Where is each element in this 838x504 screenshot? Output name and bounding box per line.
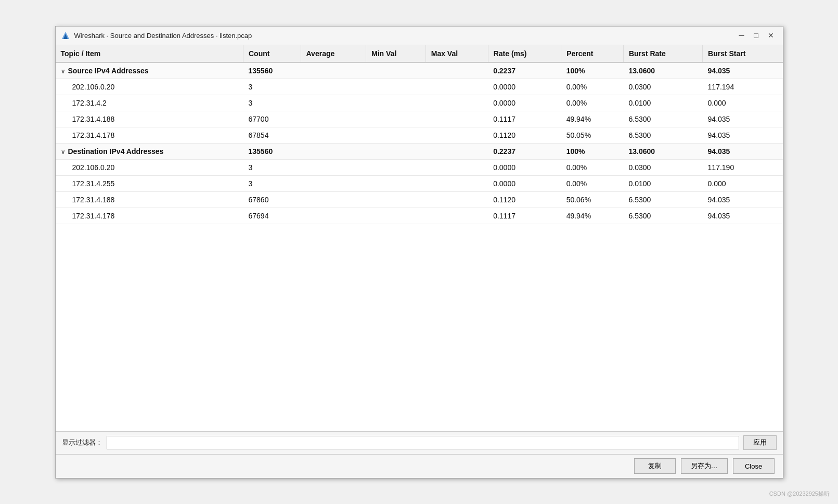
col-header-percent[interactable]: Percent [561, 45, 624, 62]
watermark: CSDN @20232925操听 [769, 490, 830, 498]
group-row[interactable]: ∨Destination IPv4 Addresses1355600.22371… [56, 143, 783, 159]
filter-label: 显示过滤器： [62, 438, 102, 447]
maximize-button[interactable]: □ [750, 29, 763, 42]
table-row[interactable]: 172.31.4.178678540.112050.05%6.530094.03… [56, 127, 783, 143]
group-row[interactable]: ∨Source IPv4 Addresses1355600.2237100%13… [56, 62, 783, 79]
col-header-topic[interactable]: Topic / Item [56, 45, 243, 62]
table-row[interactable]: 172.31.4.178676940.111749.94%6.530094.03… [56, 208, 783, 224]
table-header-row: Topic / ItemCountAverageMin ValMax ValRa… [56, 45, 783, 62]
col-header-rate_ms[interactable]: Rate (ms) [488, 45, 561, 62]
col-header-min_val[interactable]: Min Val [366, 45, 426, 62]
wireshark-icon [61, 31, 70, 40]
content-area: Topic / ItemCountAverageMin ValMax ValRa… [56, 45, 783, 431]
table-row[interactable]: 172.31.4.188677000.111749.94%6.530094.03… [56, 111, 783, 127]
title-bar-controls: ─ □ ✕ [735, 29, 778, 42]
data-table: Topic / ItemCountAverageMin ValMax ValRa… [56, 45, 783, 224]
col-header-average[interactable]: Average [301, 45, 366, 62]
filter-bar: 显示过滤器： 应用 [56, 431, 783, 454]
save-button[interactable]: 另存为… [681, 458, 728, 474]
col-header-burst_rate[interactable]: Burst Rate [624, 45, 703, 62]
table-row[interactable]: 202.106.0.2030.00000.00%0.0300117.190 [56, 159, 783, 175]
table-row[interactable]: 172.31.4.25530.00000.00%0.01000.000 [56, 175, 783, 191]
close-action-button[interactable]: Close [733, 458, 775, 474]
window-title: Wireshark · Source and Destination Addre… [74, 32, 252, 40]
apply-button[interactable]: 应用 [743, 435, 777, 450]
close-button[interactable]: ✕ [764, 29, 778, 42]
minimize-button[interactable]: ─ [735, 29, 749, 42]
title-bar-left: Wireshark · Source and Destination Addre… [61, 31, 252, 40]
col-header-max_val[interactable]: Max Val [426, 45, 488, 62]
filter-input[interactable] [107, 436, 739, 449]
col-header-count[interactable]: Count [243, 45, 301, 62]
table-row[interactable]: 172.31.4.230.00000.00%0.01000.000 [56, 95, 783, 111]
main-window: Wireshark · Source and Destination Addre… [55, 26, 783, 479]
chevron-down-icon: ∨ [61, 68, 65, 75]
copy-button[interactable]: 复制 [634, 458, 676, 474]
chevron-down-icon: ∨ [61, 149, 65, 156]
action-bar: 复制 另存为… Close [56, 454, 783, 478]
col-header-burst_start[interactable]: Burst Start [703, 45, 783, 62]
table-body: ∨Source IPv4 Addresses1355600.2237100%13… [56, 62, 783, 224]
title-bar: Wireshark · Source and Destination Addre… [56, 27, 783, 45]
table-row[interactable]: 172.31.4.188678600.112050.06%6.530094.03… [56, 191, 783, 208]
table-row[interactable]: 202.106.0.2030.00000.00%0.0300117.194 [56, 79, 783, 95]
